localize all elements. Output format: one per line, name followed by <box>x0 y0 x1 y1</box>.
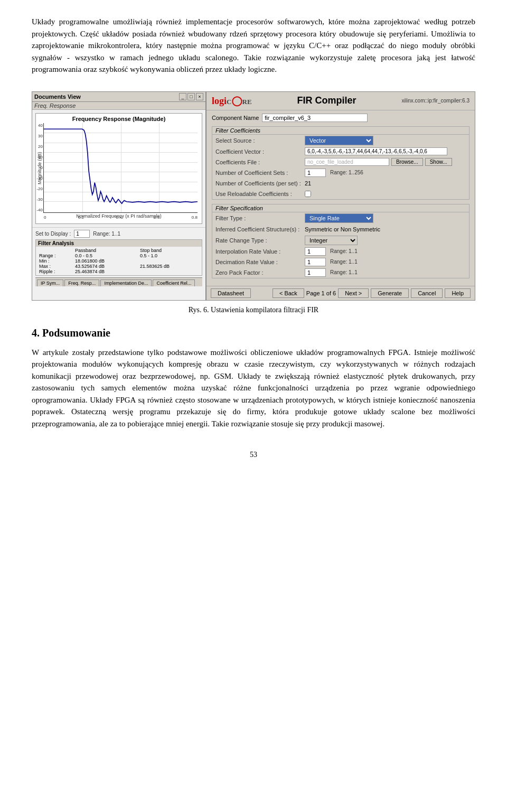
num-coeff-sets-input[interactable] <box>305 169 326 177</box>
table-row: Range : 0.0 - 0.5 0.5 - 1.0 <box>38 253 200 258</box>
select-source-label: Select Source : <box>215 137 303 144</box>
section-number: 4. <box>32 327 40 339</box>
table-row: Ripple : 25.463874 dB <box>38 269 200 274</box>
num-coeff-sets-range: Range: 1..256 <box>330 170 363 175</box>
left-panel: Documents View _ □ × Freq. Response Freq… <box>32 91 206 301</box>
datasheet-button[interactable]: Datasheet <box>211 288 251 298</box>
inferred-coeff-row: Inferred Coefficient Structure(s) : Symm… <box>212 224 469 235</box>
paragraph-1: Układy programowalne umożliwiają również… <box>32 16 475 76</box>
left-panel-titlebar: Documents View _ □ × <box>32 92 205 102</box>
filter-type-label: Filter Type : <box>215 215 303 221</box>
right-panel: logiC◯RE FIR Compiler xilinx.com::ip:fir… <box>206 91 475 301</box>
max-pass-value: 43.525674 dB <box>74 264 135 269</box>
coeff-vector-row: Coefficient Vector : <box>212 146 469 157</box>
table-row: Min : 18.061800 dB <box>38 258 200 264</box>
use-reloadable-label: Use Reloadable Coefficients : <box>215 191 303 197</box>
filter-coefficients-title: Filter Coefficients <box>212 127 469 135</box>
coeff-file-input[interactable] <box>305 158 389 166</box>
maximize-button[interactable]: □ <box>187 93 195 100</box>
back-button[interactable]: < Back <box>273 288 304 298</box>
section-title: Podsumowanie <box>42 327 110 339</box>
tab-ip-sym[interactable]: IP Sym... <box>37 279 63 286</box>
bottom-tabs: IP Sym... Freq. Resp... Implementation D… <box>35 277 202 286</box>
decim-rate-row: Decimation Rate Value : Range: 1..1 <box>212 257 469 267</box>
display-input[interactable] <box>74 230 90 238</box>
generate-button[interactable]: Generate <box>371 288 409 298</box>
ripple-pass-value: 25.463874 dB <box>74 269 135 274</box>
filter-coefficients-section: Filter Coefficients Select Source : Vect… <box>212 126 470 200</box>
left-bottom-controls: Set to Display : Range: 1..1 Filter Anal… <box>32 227 205 288</box>
num-coeff-sets-label: Number of Coefficient Sets : <box>215 170 303 176</box>
select-source-row: Select Source : Vector <box>212 135 469 146</box>
coeff-vector-input[interactable] <box>305 147 447 155</box>
max-stop-value: 21.583625 dB <box>139 264 200 269</box>
select-source-dropdown[interactable]: Vector <box>305 136 373 145</box>
filter-analysis: Filter Analysis Passband Stop band Range… <box>35 239 202 276</box>
ripple-label: Ripple : <box>38 269 74 274</box>
use-reloadable-checkbox[interactable] <box>305 191 311 197</box>
left-panel-title: Documents View <box>34 94 81 100</box>
window-buttons: _ □ × <box>179 93 203 100</box>
fir-body: Component Name Filter Coefficients Selec… <box>206 110 475 286</box>
display-range: Range: 1..1 <box>93 231 120 237</box>
fir-footer-right: < Back Page 1 of 6 Next > Generate Cance… <box>273 288 471 298</box>
cancel-button[interactable]: Cancel <box>411 288 443 298</box>
minimize-button[interactable]: _ <box>179 93 186 100</box>
tab-freq-resp[interactable]: Freq. Resp... <box>64 279 99 286</box>
num-coeff-per-set-value: 21 <box>305 180 311 186</box>
coeff-vector-label: Coefficient Vector : <box>215 148 303 155</box>
max-label: Max : <box>38 264 74 269</box>
close-button[interactable]: × <box>196 93 203 100</box>
x-ticks: 0 0.2 0.4 0.6 0.8 <box>44 215 198 220</box>
figure-container: Documents View _ □ × Freq. Response Freq… <box>32 91 475 301</box>
component-name-row: Component Name <box>212 114 470 122</box>
inferred-coeff-value: Symmetric or Non Symmetric <box>305 226 380 232</box>
filter-specification-section: Filter Specification Filter Type : Singl… <box>212 204 470 278</box>
num-coeff-per-set-label: Number of Coefficients (per set) : <box>215 180 303 186</box>
interp-rate-range: Range: 1..1 <box>330 248 358 254</box>
help-button[interactable]: Help <box>445 288 471 298</box>
coeff-file-row: Coefficients File : Browse... Show... <box>212 157 469 167</box>
stopband-header: Stop band <box>139 248 200 253</box>
range-pass-end: 0.5 <box>86 253 93 258</box>
decim-rate-label: Decimation Rate Value : <box>215 259 303 265</box>
tab-implementation[interactable]: Implementation De... <box>100 279 152 286</box>
min-pass-value: 18.061800 dB <box>74 258 135 264</box>
decim-rate-input[interactable] <box>305 258 326 266</box>
passband-header: Passband <box>74 248 135 253</box>
filter-analysis-table: Passband Stop band Range : 0.0 - 0.5 <box>38 248 200 274</box>
zero-pack-range: Range: 1..1 <box>330 269 358 275</box>
fir-footer: Datasheet < Back Page 1 of 6 Next > Gene… <box>206 286 475 300</box>
rate-change-label: Rate Change Type : <box>215 237 303 244</box>
show-button[interactable]: Show... <box>425 158 452 166</box>
table-row: Max : 43.525674 dB 21.583625 dB <box>38 264 200 269</box>
rate-change-row: Rate Change Type : Integer <box>212 235 469 246</box>
next-button[interactable]: Next > <box>338 288 369 298</box>
inferred-coeff-label: Inferred Coefficient Structure(s) : <box>215 226 303 232</box>
component-name-input[interactable] <box>262 114 368 122</box>
zero-pack-label: Zero Pack Factor : <box>215 269 303 276</box>
left-panel-subtitle: Freq. Response <box>32 102 205 110</box>
chart-title: Frequency Response (Magnitude) <box>36 114 202 122</box>
rate-change-dropdown[interactable]: Integer <box>305 236 358 245</box>
page-info: Page 1 of 6 <box>306 290 336 296</box>
frequency-response-chart: Frequency Response (Magnitude) Magnitude… <box>35 113 202 224</box>
browse-button[interactable]: Browse... <box>391 158 423 166</box>
filter-analysis-title: Filter Analysis <box>36 240 202 247</box>
tab-coeff-rel[interactable]: Coefficient Rel... <box>153 279 195 286</box>
paragraph-2: W artykule zostały przedstawione tylko p… <box>32 347 475 430</box>
filter-spec-title: Filter Specification <box>212 204 469 212</box>
range-pass-start: 0.0 <box>75 253 82 258</box>
range-stop-start: 0.5 <box>140 253 147 258</box>
fir-footer-left: Datasheet <box>211 288 251 298</box>
interp-rate-input[interactable] <box>305 247 326 256</box>
min-label: Min : <box>38 258 74 264</box>
zero-pack-row: Zero Pack Factor : Range: 1..1 <box>212 267 469 278</box>
y-ticks: 40 30 20 10 0 -10 -20 -30 -40 <box>32 123 43 212</box>
decim-rate-range: Range: 1..1 <box>330 259 358 265</box>
zero-pack-input[interactable] <box>305 268 326 277</box>
use-reloadable-row: Use Reloadable Coefficients : <box>212 189 469 199</box>
component-name-label: Component Name <box>212 115 259 121</box>
num-coeff-sets-row: Number of Coefficient Sets : Range: 1..2… <box>212 167 469 178</box>
filter-type-dropdown[interactable]: Single Rate <box>305 213 373 223</box>
